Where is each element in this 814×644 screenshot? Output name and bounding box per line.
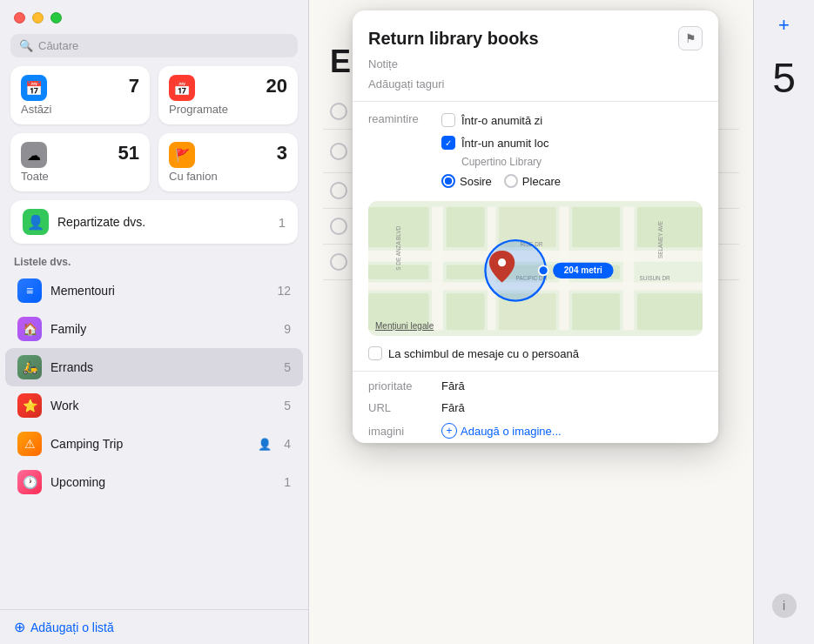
search-input[interactable] (38, 39, 289, 52)
assigned-label: Repartizate dvs. (57, 215, 145, 229)
task-checkbox-1[interactable] (330, 103, 347, 120)
svg-rect-11 (637, 207, 703, 248)
message-checkbox[interactable] (368, 346, 382, 360)
reminders-count: 12 (277, 284, 291, 298)
svg-text:204 metri: 204 metri (564, 265, 602, 275)
location-option-row[interactable]: ✓ Într-un anumit loc (441, 133, 703, 152)
add-list-label: Adăugați o listă (30, 621, 114, 634)
svg-text:SUISUN DR: SUISUN DR (640, 275, 671, 281)
task-checkbox-2[interactable] (330, 143, 347, 160)
assigned-icon: 👤 (23, 209, 49, 235)
all-icon: ☁ (21, 142, 47, 168)
camping-icon: ⚠ (17, 432, 42, 456)
sidebar-item-errands[interactable]: 🛵 Errands 5 (5, 348, 303, 386)
close-button[interactable] (14, 12, 25, 23)
assigned-count: 1 (279, 215, 286, 230)
svg-text:S DE ANZA BLVD: S DE ANZA BLVD (395, 225, 401, 270)
sidebar-item-family[interactable]: 🏠 Family 9 (5, 310, 303, 348)
smart-list-flagged[interactable]: 🚩 3 Cu fanion (158, 133, 298, 191)
dp-reminder-row: reamintire Într-o anumită zi ✓ Într-un a… (353, 105, 718, 196)
dp-title: Return library books (368, 29, 539, 49)
errands-count: 5 (284, 360, 291, 374)
location-checkbox[interactable]: ✓ (441, 136, 455, 150)
sidebar-item-work[interactable]: ⭐ Work 5 (5, 386, 303, 425)
dp-header: Return library books ⚑ (353, 10, 718, 54)
smart-list-all[interactable]: ☁ 51 Toate (10, 133, 150, 191)
work-count: 5 (284, 399, 291, 413)
work-label: Work (50, 399, 275, 413)
dp-priority-row: prioritate Fără (353, 375, 718, 397)
all-count: 51 (118, 142, 139, 164)
svg-text:SELANEY AVE: SELANEY AVE (657, 221, 663, 258)
info-button[interactable]: i (772, 594, 797, 618)
arrive-radio[interactable] (441, 174, 455, 188)
dp-flag-button[interactable]: ⚑ (678, 26, 703, 50)
message-label: La schimbul de mesaje cu o persoană (388, 347, 579, 360)
search-bar[interactable]: 🔍 (10, 34, 298, 57)
dp-map[interactable]: S DE ANZA BLVD RISE DR PACIFIC DR SELANE… (368, 201, 703, 336)
plus-icon: ⊕ (14, 619, 25, 635)
priority-value[interactable]: Fără (441, 379, 465, 392)
dp-image-row: imagini + Adaugă o imagine... (353, 419, 718, 443)
date-checkbox[interactable] (441, 113, 455, 127)
svg-rect-19 (572, 293, 620, 330)
arrive-option[interactable]: Sosire (441, 174, 492, 188)
today-icon: 📅 (21, 75, 47, 101)
task-checkbox-5[interactable] (330, 253, 347, 271)
flagged-icon: 🚩 (169, 142, 195, 168)
detail-panel: Return library books ⚑ Notițe Adăugați t… (353, 10, 718, 443)
plus-circle-icon: + (441, 423, 457, 439)
upcoming-label: Upcoming (50, 475, 275, 489)
task-checkbox-3[interactable] (330, 182, 347, 199)
url-label: URL (368, 401, 431, 414)
add-list-button[interactable]: ⊕ Adăugați o listă (0, 609, 308, 644)
depart-option[interactable]: Plecare (504, 174, 561, 188)
sidebar: 🔍 📅 7 Astăzi 📅 20 Programate ☁ 51 Toate (0, 0, 309, 644)
maximize-button[interactable] (50, 12, 62, 23)
add-task-button[interactable]: + (778, 14, 790, 37)
main-panel: Erra Mail p Retur 📍 So Pick u Pick u Dro… (309, 0, 753, 644)
sidebar-item-camping[interactable]: ⚠ Camping Trip 👤 4 (5, 425, 303, 463)
sidebar-item-reminders[interactable]: ≡ Mementouri 12 (5, 272, 303, 310)
info-icon: i (783, 599, 785, 613)
dp-divider-2 (353, 371, 718, 372)
family-label: Family (50, 322, 275, 336)
flag-icon: ⚑ (685, 31, 696, 45)
smart-lists: 📅 7 Astăzi 📅 20 Programate ☁ 51 Toate 🚩 … (0, 66, 308, 200)
map-legal[interactable]: Mențiuni legale (375, 321, 434, 331)
dp-url-row: URL Fără (353, 397, 718, 419)
task-checkbox-4[interactable] (330, 218, 347, 235)
assigned-card[interactable]: 👤 Repartizate dvs. 1 (10, 200, 298, 244)
upcoming-icon: 🕐 (17, 470, 42, 494)
all-label: Toate (21, 170, 139, 183)
svg-rect-10 (572, 207, 620, 248)
dp-message-row: La schimbul de mesaje cu o persoană (353, 343, 718, 367)
svg-point-28 (498, 258, 506, 266)
svg-point-29 (539, 265, 548, 275)
url-value[interactable]: Fără (441, 401, 465, 414)
smart-list-today[interactable]: 📅 7 Astăzi (10, 66, 150, 124)
reminders-icon: ≡ (17, 278, 42, 303)
minimize-button[interactable] (32, 12, 44, 23)
section-title: Listele dvs. (0, 249, 308, 272)
location-option-label: Într-un anumit loc (461, 137, 548, 150)
location-name: Cupertino Library (441, 156, 703, 168)
sidebar-item-upcoming[interactable]: 🕐 Upcoming 1 (5, 463, 303, 501)
scheduled-label: Programate (169, 103, 287, 116)
depart-label: Plecare (522, 175, 561, 188)
svg-rect-20 (637, 293, 703, 330)
dp-tags[interactable]: Adăugați taguri (353, 74, 718, 97)
titlebar (0, 0, 308, 30)
family-count: 9 (284, 322, 291, 336)
svg-rect-3 (432, 207, 443, 331)
smart-list-scheduled[interactable]: 📅 20 Programate (158, 66, 298, 124)
reminder-label: reamintire (368, 111, 431, 125)
add-image-button[interactable]: + Adaugă o imagine... (441, 423, 562, 439)
date-option-row[interactable]: Într-o anumită zi (441, 111, 703, 130)
scheduled-icon: 📅 (169, 75, 195, 101)
person-icon: 👤 (258, 438, 272, 451)
errands-label: Errands (50, 360, 275, 374)
dp-notes[interactable]: Notițe (353, 54, 718, 74)
image-label: imagini (368, 425, 431, 438)
depart-radio[interactable] (504, 174, 518, 188)
